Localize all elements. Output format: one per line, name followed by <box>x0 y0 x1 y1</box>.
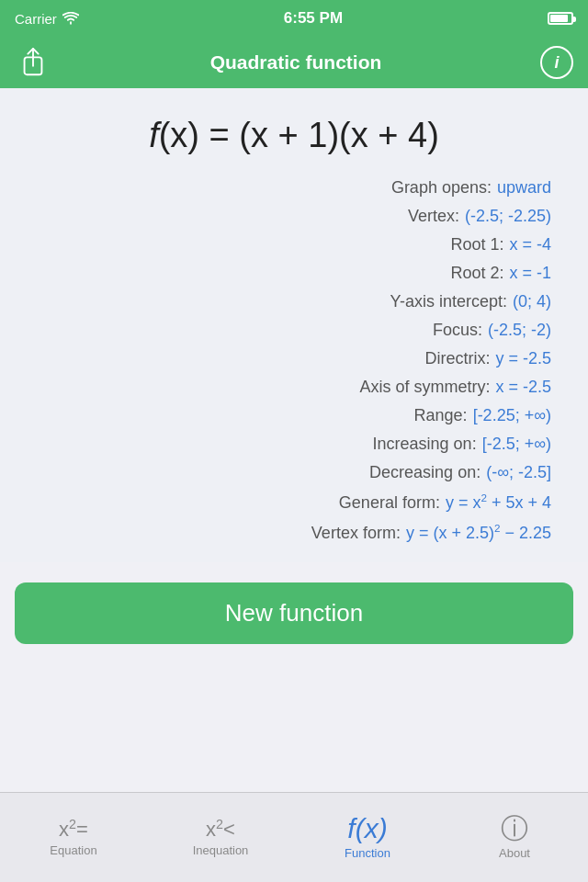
property-row: General form:y = x2 + 5x + 4 <box>18 487 570 517</box>
property-value: x = -1 <box>509 264 551 283</box>
status-bar: Carrier 6:55 PM <box>0 0 588 37</box>
property-value: [-2.5; +∞) <box>482 435 551 454</box>
status-time: 6:55 PM <box>284 9 343 28</box>
equation-tab-icon: x2= <box>59 818 88 840</box>
property-value: upward <box>497 178 551 198</box>
tab-bar: x2= Equation x2< Inequation f(x) Functio… <box>0 792 588 882</box>
property-label: Directrix: <box>424 349 490 368</box>
function-tab-label: Function <box>345 846 390 860</box>
property-label: Decreasing on: <box>369 463 481 482</box>
property-row: Graph opens:upward <box>18 174 570 202</box>
property-label: Axis of symmetry: <box>359 378 490 397</box>
property-row: Focus:(-2.5; -2) <box>18 316 570 345</box>
property-label: Root 1: <box>450 235 503 254</box>
tab-function[interactable]: f(x) Function <box>294 793 441 882</box>
property-value: y = (x + 2.5)2 − 2.25 <box>406 522 551 543</box>
page-title: Quadratic function <box>210 51 382 74</box>
about-tab-label: About <box>499 846 530 860</box>
function-tab-icon: f(x) <box>347 815 387 842</box>
property-value: (0; 4) <box>513 292 551 311</box>
property-value: (-∞; -2.5] <box>486 463 551 482</box>
about-tab-icon: ⓘ <box>501 815 528 842</box>
inequation-tab-icon: x2< <box>206 818 235 840</box>
info-icon: i <box>554 53 559 73</box>
property-value: y = -2.5 <box>495 349 551 368</box>
property-value: x = -2.5 <box>495 378 551 397</box>
property-row: Decreasing on:(-∞; -2.5] <box>18 458 570 487</box>
info-button[interactable]: i <box>540 46 573 79</box>
battery-icon <box>548 12 573 25</box>
property-row: Axis of symmetry:x = -2.5 <box>18 373 570 401</box>
property-row: Vertex:(-2.5; -2.25) <box>18 202 570 231</box>
property-value: x = -4 <box>509 235 551 254</box>
property-label: Focus: <box>433 321 482 340</box>
tab-about[interactable]: ⓘ About <box>441 793 588 882</box>
property-row: Range:[-2.25; +∞) <box>18 401 570 430</box>
tab-equation[interactable]: x2= Equation <box>0 793 147 882</box>
property-value: [-2.25; +∞) <box>473 406 551 425</box>
inequation-tab-label: Inequation <box>193 843 249 857</box>
property-value: (-2.5; -2.25) <box>465 207 551 226</box>
new-function-button[interactable]: New function <box>15 582 573 644</box>
property-label: Vertex form: <box>311 524 401 543</box>
formula-display: f(x) = (x + 1)(x + 4) <box>18 116 570 155</box>
properties-section: Graph opens:upwardVertex:(-2.5; -2.25)Ro… <box>18 174 570 548</box>
property-label: Range: <box>414 406 468 425</box>
property-row: Increasing on:[-2.5; +∞) <box>18 430 570 458</box>
property-row: Root 1:x = -4 <box>18 231 570 259</box>
equation-tab-label: Equation <box>50 843 96 857</box>
tab-inequation[interactable]: x2< Inequation <box>147 793 294 882</box>
property-value: (-2.5; -2) <box>488 321 551 340</box>
carrier-label: Carrier <box>15 11 57 27</box>
formula-section: f(x) = (x + 1)(x + 4) <box>18 107 570 174</box>
property-label: Vertex: <box>408 207 459 226</box>
wifi-icon <box>62 12 79 25</box>
property-label: General form: <box>339 493 440 513</box>
share-button[interactable] <box>15 44 51 81</box>
property-value: y = x2 + 5x + 4 <box>446 492 551 513</box>
property-label: Graph opens: <box>391 178 492 198</box>
property-label: Increasing on: <box>373 435 477 454</box>
main-content: f(x) = (x + 1)(x + 4) Graph opens:upward… <box>0 88 588 562</box>
property-label: Root 2: <box>450 264 503 283</box>
property-label: Y-axis intercept: <box>390 292 507 311</box>
property-row: Y-axis intercept:(0; 4) <box>18 288 570 316</box>
property-row: Directrix:y = -2.5 <box>18 345 570 373</box>
property-row: Vertex form:y = (x + 2.5)2 − 2.25 <box>18 517 570 548</box>
nav-bar: Quadratic function i <box>0 37 588 88</box>
property-row: Root 2:x = -1 <box>18 259 570 288</box>
